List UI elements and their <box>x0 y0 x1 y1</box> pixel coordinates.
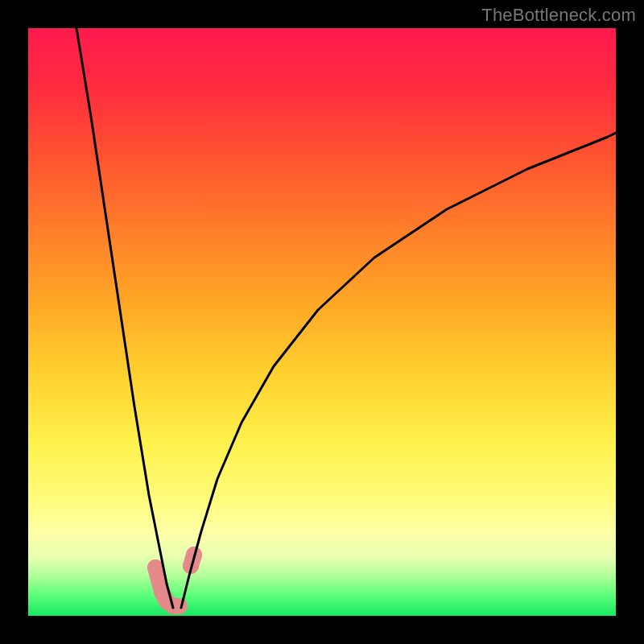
series-left-curve <box>76 28 173 608</box>
chart-frame: TheBottleneck.com <box>0 0 644 644</box>
series-right-curve <box>181 133 616 608</box>
curve-layer <box>76 28 616 608</box>
curves-svg <box>28 28 616 616</box>
watermark-text: TheBottleneck.com <box>481 5 636 26</box>
plot-area <box>28 28 616 616</box>
